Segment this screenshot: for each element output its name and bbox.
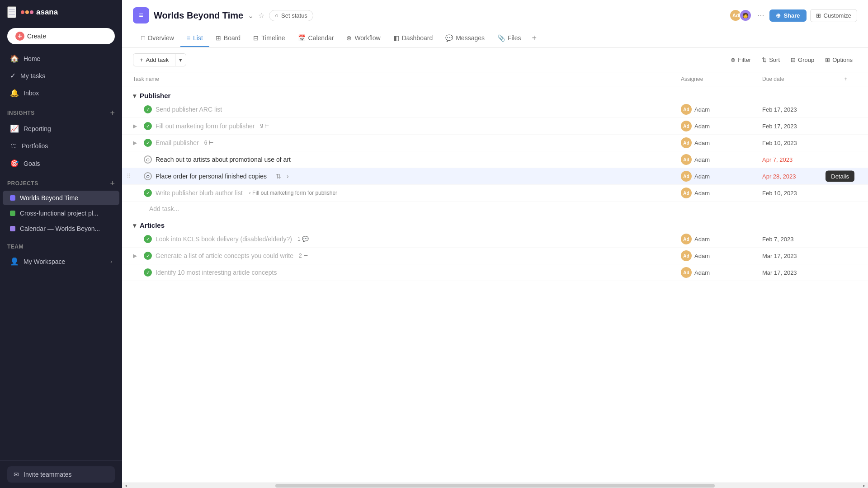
circle-icon: ○ (275, 12, 278, 19)
task-row[interactable]: ✓ Look into KCLS book delivery (disabled… (122, 231, 868, 248)
task-check-done[interactable]: ✓ (144, 235, 152, 243)
set-status-button[interactable]: ○ Set status (269, 10, 313, 21)
task-row[interactable]: ▶ ✓ Email publisher 6 ⊢ Ad Adam Feb 10, … (122, 135, 868, 151)
section-articles[interactable]: ▾ Articles (122, 216, 868, 231)
task-row[interactable]: ▶ ✓ Fill out marketing form for publishe… (122, 118, 868, 135)
col-add-field[interactable]: + (835, 76, 857, 82)
task-row[interactable]: ✓ Write publisher blurb author list ‹ Fi… (122, 185, 868, 202)
task-check-done[interactable]: ✓ (144, 122, 152, 130)
insights-add-button[interactable]: + (110, 109, 115, 117)
project-dot-worlds-beyond-time (10, 195, 15, 201)
tab-messages[interactable]: 💬 Messages (439, 30, 491, 47)
create-button[interactable]: + Create (7, 28, 115, 44)
invite-teammates-button[interactable]: ✉ Invite teammates (7, 466, 115, 483)
tab-calendar[interactable]: 📅 Calendar (292, 30, 340, 47)
task-actions: ⇅ › (274, 172, 291, 181)
due-date-cell: Mar 17, 2023 (762, 253, 835, 259)
group-button[interactable]: ⊟ Group (786, 54, 819, 66)
projects-add-button[interactable]: + (110, 179, 115, 188)
assignee-cell: Ad Adam (681, 137, 762, 148)
scroll-track[interactable] (129, 484, 861, 488)
horizontal-scrollbar[interactable]: ◂ ▸ (122, 483, 868, 488)
sidebar-project-cross-functional[interactable]: Cross-functional project pl... (3, 206, 119, 221)
sidebar-item-portfolios[interactable]: 🗂 Portfolios (3, 138, 119, 154)
task-check-done[interactable]: ✓ (144, 189, 152, 197)
projects-section-header: Projects + (0, 172, 122, 190)
share-button[interactable]: ⊕ Share (769, 9, 806, 22)
project-title-row: ≡ Worlds Beyond Time ⌄ ☆ ○ Set status Ad… (133, 7, 857, 23)
due-date-cell: Feb 10, 2023 (762, 190, 835, 197)
scroll-thumb[interactable] (275, 484, 715, 488)
board-tab-icon: ⊞ (216, 34, 221, 42)
section-publisher[interactable]: ▾ Publisher (122, 86, 868, 101)
tab-files[interactable]: 📎 Files (491, 30, 528, 47)
project-title-chevron-icon[interactable]: ⌄ (248, 11, 254, 20)
create-plus-icon: + (15, 32, 24, 41)
assignee-cell: Ad Adam (681, 104, 762, 115)
task-check-done[interactable]: ✓ (144, 105, 152, 113)
dashboard-tab-icon: ◧ (393, 34, 399, 42)
sidebar-item-home-label: Home (24, 55, 40, 62)
task-row[interactable]: ○ Reach out to artists about promotional… (122, 151, 868, 168)
asana-logo: asana (21, 8, 58, 17)
team-section-header: Team (0, 236, 122, 253)
tab-timeline[interactable]: ⊟ Timeline (247, 30, 291, 47)
add-task-dropdown-button[interactable]: ▾ (175, 54, 186, 66)
sidebar-item-goals[interactable]: 🎯 Goals (3, 155, 119, 172)
sidebar-item-my-workspace[interactable]: 👤 My Workspace › (3, 253, 119, 270)
sidebar-project-calendar-worlds[interactable]: Calendar — Worlds Beyon... (3, 221, 119, 236)
logo-dot-orange (25, 10, 29, 14)
task-row[interactable]: ▶ ✓ Generate a list of article concepts … (122, 248, 868, 264)
group-icon: ⊟ (791, 56, 796, 63)
task-expand-icon[interactable]: ▶ (133, 140, 140, 146)
project-label-worlds-beyond-time: Worlds Beyond Time (20, 194, 78, 202)
task-expand-icon[interactable]: ▶ (133, 253, 140, 259)
scroll-right-icon[interactable]: ▸ (861, 483, 867, 488)
sidebar-item-inbox-label: Inbox (24, 89, 39, 97)
filter-button[interactable]: ⊜ Filter (726, 54, 755, 66)
hamburger-icon[interactable]: ☰ (7, 6, 16, 18)
tab-add-button[interactable]: + (528, 29, 542, 47)
sidebar-item-my-tasks[interactable]: ✓ My tasks (3, 67, 119, 84)
assignee-name: Adam (694, 236, 710, 243)
section-chevron-publisher: ▾ (133, 92, 136, 99)
sidebar-item-inbox[interactable]: 🔔 Inbox (3, 84, 119, 101)
task-check-done[interactable]: ✓ (144, 252, 152, 260)
task-check-done[interactable]: ✓ (144, 268, 152, 277)
task-row-highlighted[interactable]: ⠿ ○ Place order for personal finished co… (122, 168, 868, 185)
sidebar-item-home[interactable]: 🏠 Home (3, 50, 119, 67)
add-task-row-publisher[interactable]: Add task... (122, 202, 868, 216)
tab-board[interactable]: ⊞ Board (209, 30, 247, 47)
task-row[interactable]: ✓ Send publisher ARC list Ad Adam Feb 17… (122, 101, 868, 118)
task-row[interactable]: ✓ Identify 10 most interesting article c… (122, 264, 868, 281)
options-button[interactable]: ⊞ Options (821, 54, 857, 66)
add-task-button[interactable]: + Add task (133, 54, 175, 66)
project-title-star-icon[interactable]: ☆ (258, 11, 264, 20)
logo-dot-pink (30, 10, 33, 14)
task-check-pending[interactable]: ○ (144, 172, 152, 180)
more-options-button[interactable]: ··· (755, 11, 766, 20)
avatar: Ad (681, 154, 692, 165)
col-task-name: Task name (133, 76, 681, 82)
tab-list[interactable]: ≡ List (180, 30, 209, 47)
tab-workflow[interactable]: ⊛ Workflow (340, 30, 387, 47)
customize-button[interactable]: ⊞ Customize (810, 9, 857, 22)
sort-button[interactable]: ⇅ Sort (757, 54, 784, 66)
task-expand-icon[interactable]: ▶ (133, 123, 140, 129)
task-name: Send publisher ARC list (156, 106, 222, 113)
task-name-cell: ▶ ✓ Fill out marketing form for publishe… (133, 122, 681, 130)
my-workspace-label: My Workspace (24, 258, 65, 265)
task-sort-action[interactable]: ⇅ (274, 172, 283, 181)
project-header: ≡ Worlds Beyond Time ⌄ ☆ ○ Set status Ad… (122, 0, 868, 48)
drag-handle-icon[interactable]: ⠿ (127, 173, 131, 179)
task-name: Generate a list of article concepts you … (156, 252, 293, 259)
task-check-pending[interactable]: ○ (144, 155, 152, 164)
task-detail-action[interactable]: › (285, 172, 291, 181)
scroll-left-icon[interactable]: ◂ (123, 483, 129, 488)
tab-dashboard[interactable]: ◧ Dashboard (387, 30, 439, 47)
sidebar-project-worlds-beyond-time[interactable]: Worlds Beyond Time (3, 191, 119, 205)
tab-overview[interactable]: □ Overview (135, 30, 180, 47)
task-check-done[interactable]: ✓ (144, 139, 152, 147)
task-name-cell: ✓ Send publisher ARC list (133, 105, 681, 113)
sidebar-item-reporting[interactable]: 📈 Reporting (3, 120, 119, 137)
